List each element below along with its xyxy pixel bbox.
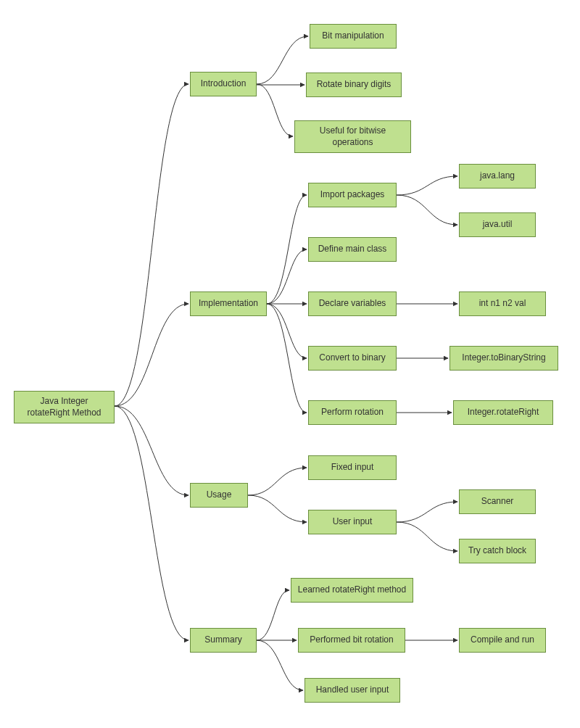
node-usage: Usage	[190, 483, 248, 508]
node-intro-c3: Useful for bitwise operations	[294, 120, 411, 153]
node-intro-c1: Bit manipulation	[310, 24, 397, 49]
node-impl-c5a: Integer.rotateRight	[453, 400, 553, 425]
node-impl-c3a: int n1 n2 val	[459, 291, 546, 316]
node-root: Java Integer rotateRight Method	[14, 391, 115, 423]
node-summary-c2a: Compile and run	[459, 628, 546, 653]
node-intro-c2: Rotate binary digits	[306, 73, 402, 97]
node-summary-c2: Performed bit rotation	[298, 628, 405, 653]
node-impl-c2: Define main class	[308, 237, 397, 262]
node-intro: Introduction	[190, 72, 257, 96]
node-summary-c3: Handled user input	[304, 678, 400, 703]
node-impl-c1: Import packages	[308, 183, 397, 207]
node-usage-c1: Fixed input	[308, 455, 397, 480]
node-usage-c2: User input	[308, 510, 397, 534]
node-usage-c2b: Try catch block	[459, 539, 536, 563]
node-impl-c4a: Integer.toBinaryString	[450, 346, 558, 371]
node-impl-c1a: java.lang	[459, 164, 536, 189]
node-impl: Implementation	[190, 291, 267, 316]
node-impl-c4: Convert to binary	[308, 346, 397, 371]
node-impl-c5: Perform rotation	[308, 400, 397, 425]
node-usage-c2a: Scanner	[459, 489, 536, 514]
node-summary-c1: Learned rotateRight method	[291, 578, 413, 603]
node-summary: Summary	[190, 628, 257, 653]
node-impl-c3: Declare variables	[308, 291, 397, 316]
node-impl-c1b: java.util	[459, 212, 536, 237]
